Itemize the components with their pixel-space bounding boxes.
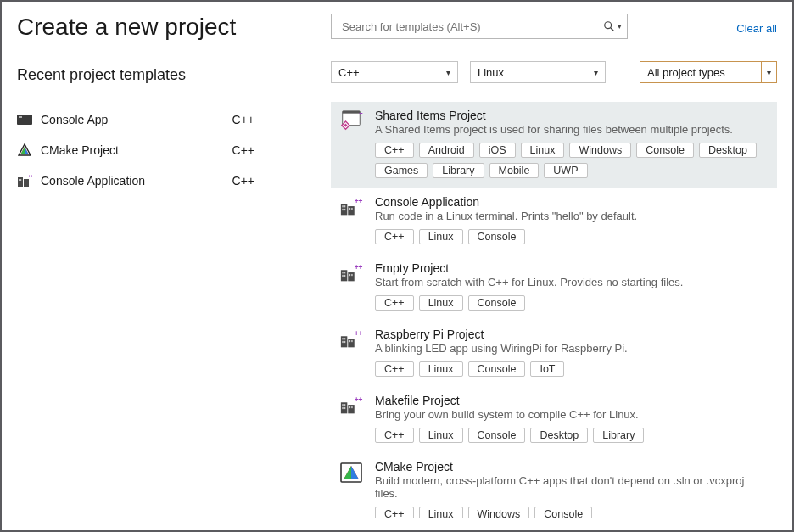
template-item[interactable]: ++Raspberry Pi ProjectA blinking LED app… — [331, 321, 777, 387]
svg-rect-49 — [349, 406, 350, 408]
filter-project-type-select[interactable]: All project types ▾ — [640, 61, 777, 83]
template-name: Raspberry Pi Project — [375, 328, 769, 341]
svg-rect-35 — [348, 339, 354, 347]
template-tag: Windows — [569, 143, 631, 158]
template-tag: Android — [419, 143, 474, 158]
recent-template-lang: C++ — [232, 174, 254, 188]
chevron-down-icon: ▾ — [446, 68, 450, 77]
svg-rect-17 — [348, 206, 354, 215]
svg-rect-40 — [349, 340, 350, 342]
template-icon: ++ — [339, 197, 365, 222]
recent-template-name: Console App — [41, 113, 108, 126]
template-name: Shared Items Project — [375, 109, 769, 122]
template-tag: Windows — [468, 507, 530, 518]
template-tag: Console — [468, 428, 526, 443]
recent-template-icon — [17, 143, 32, 157]
template-name: CMake Project — [375, 460, 769, 473]
svg-rect-23 — [351, 208, 352, 210]
svg-rect-36 — [342, 338, 343, 339]
svg-rect-37 — [344, 338, 345, 339]
template-icon: ++ — [339, 395, 365, 421]
svg-rect-34 — [341, 336, 347, 347]
template-tag: IoT — [530, 361, 564, 377]
svg-text:++: ++ — [355, 329, 363, 338]
template-tags: C++LinuxConsoleDesktopLibrary — [375, 428, 769, 443]
template-name: Console Application — [375, 195, 769, 209]
template-item[interactable]: ++Console ApplicationRun code in a Linux… — [331, 188, 777, 255]
template-tag: Console — [468, 361, 526, 377]
filter-project-type-value: All project types — [647, 66, 725, 79]
template-name: Empty Project — [375, 261, 769, 275]
svg-rect-32 — [351, 274, 352, 276]
template-tags: C++AndroidiOSLinuxWindowsConsoleDesktopG… — [375, 143, 769, 178]
template-tag: Linux — [419, 428, 463, 443]
svg-rect-47 — [342, 407, 343, 409]
template-item[interactable]: ++Empty ProjectStart from scratch with C… — [331, 255, 777, 321]
filter-language-select[interactable]: C++ ▾ — [331, 61, 458, 83]
svg-point-0 — [605, 22, 612, 29]
template-description: Build modern, cross-platform C++ apps th… — [375, 474, 769, 500]
recent-template-lang: C++ — [232, 113, 254, 126]
template-list: ++Shared Items ProjectA Shared Items pro… — [331, 102, 777, 518]
clear-all-link[interactable]: Clear all — [736, 19, 777, 35]
template-item[interactable]: ++Makefile ProjectBring your own build s… — [331, 387, 777, 453]
search-dropdown-caret-icon[interactable]: ▾ — [618, 22, 622, 31]
recent-template-icon: ++ — [17, 174, 32, 188]
svg-rect-3 — [19, 116, 22, 118]
svg-rect-18 — [342, 205, 343, 207]
recent-template-item[interactable]: CMake ProjectC++ — [17, 135, 331, 165]
svg-rect-8 — [18, 177, 23, 187]
filter-platform-select[interactable]: Linux ▾ — [470, 61, 606, 83]
template-tag: Linux — [419, 507, 463, 518]
search-field[interactable] — [340, 20, 603, 34]
svg-text:++: ++ — [359, 110, 363, 117]
template-icon — [339, 462, 365, 487]
recent-template-item[interactable]: ++Console ApplicationC++ — [17, 165, 331, 196]
recent-templates-list: Console AppC++CMake ProjectC++++Console … — [17, 104, 331, 196]
svg-text:++: ++ — [355, 395, 363, 404]
search-icon[interactable]: ▾ — [603, 20, 622, 32]
svg-rect-29 — [342, 275, 343, 277]
svg-rect-48 — [344, 407, 345, 409]
template-name: Makefile Project — [375, 394, 769, 407]
svg-rect-46 — [344, 404, 345, 406]
svg-rect-44 — [348, 405, 354, 413]
svg-rect-9 — [24, 179, 29, 187]
template-tags: C++LinuxConsoleIoT — [375, 361, 769, 377]
template-item[interactable]: CMake ProjectBuild modern, cross-platfor… — [331, 453, 777, 518]
svg-rect-26 — [348, 272, 354, 281]
template-tag: Desktop — [530, 428, 588, 443]
filter-language-value: C++ — [338, 66, 360, 79]
template-tag: Desktop — [699, 143, 757, 158]
search-input[interactable]: ▾ — [331, 14, 628, 39]
template-tag: Library — [593, 428, 644, 443]
svg-text:++: ++ — [355, 197, 363, 205]
template-tag: Linux — [521, 143, 565, 158]
svg-rect-50 — [351, 406, 352, 408]
page-title: Create a new project — [17, 14, 331, 41]
template-tag: Mobile — [489, 163, 540, 178]
svg-rect-19 — [344, 205, 345, 207]
svg-rect-2 — [17, 115, 32, 125]
svg-text:++: ++ — [28, 174, 32, 178]
svg-rect-16 — [341, 204, 347, 215]
template-tag: iOS — [479, 143, 516, 158]
svg-rect-43 — [341, 402, 347, 413]
svg-rect-28 — [344, 272, 345, 273]
recent-template-item[interactable]: Console AppC++ — [17, 104, 331, 135]
template-item[interactable]: ++Shared Items ProjectA Shared Items pro… — [331, 102, 777, 188]
template-tag: Console — [468, 295, 526, 311]
svg-rect-11 — [20, 179, 21, 181]
template-tag: Games — [375, 163, 428, 178]
svg-line-1 — [611, 28, 614, 31]
template-description: Run code in a Linux terminal. Prints "he… — [375, 210, 769, 222]
template-tag: C++ — [375, 143, 414, 158]
template-tag: C++ — [375, 507, 414, 518]
template-tag: C++ — [375, 361, 414, 377]
svg-rect-20 — [342, 209, 343, 210]
svg-rect-25 — [341, 270, 347, 281]
recent-template-name: Console Application — [41, 174, 145, 188]
template-tag: Console — [534, 507, 592, 518]
template-icon: ++ — [339, 263, 365, 288]
template-tags: C++LinuxWindowsConsole — [375, 507, 769, 518]
